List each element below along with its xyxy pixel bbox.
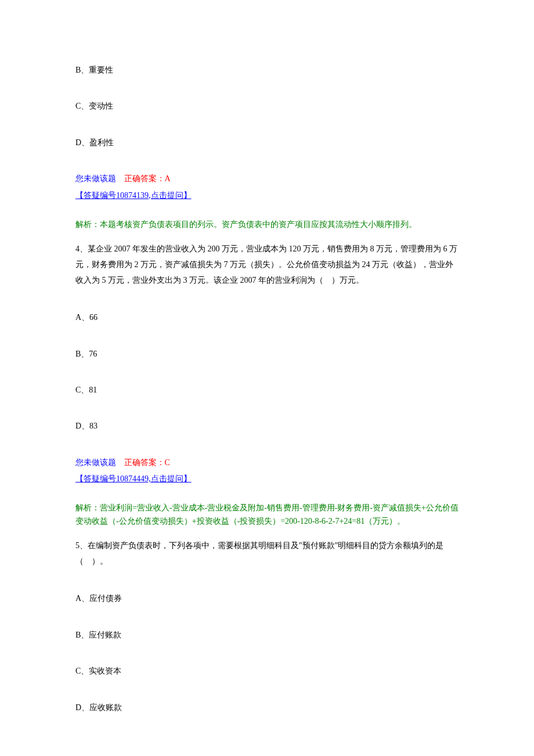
q4-option-b: B、76 xyxy=(75,348,459,361)
q5-option-a: A、应付债券 xyxy=(75,592,459,605)
q5-option-d: D、应收账款 xyxy=(75,701,459,714)
q5-option-b: B、应付账款 xyxy=(75,629,459,642)
q4-analysis: 解析：营业利润=营业收入-营业成本-营业税金及附加-销售费用-管理费用-财务费用… xyxy=(75,502,459,528)
q4-qa-link-wrap: 【答疑编号10874449,点击提问】 xyxy=(75,473,192,485)
q4-qa-link[interactable]: 【答疑编号10874449,点击提问】 xyxy=(75,474,192,483)
q3-qa-link-wrap: 【答疑编号10874139,点击提问】 xyxy=(75,189,192,202)
q3-correct-answer: 正确答案：A xyxy=(124,174,171,183)
q4-not-done-text: 您未做该题 xyxy=(75,458,116,467)
q3-analysis: 解析：本题考核资产负债表项目的列示。资产负债表中的资产项目应按其流动性大小顺序排… xyxy=(75,218,459,231)
q4-stem: 4、某企业 2007 年发生的营业收入为 200 万元，营业成本为 120 万元… xyxy=(75,242,459,288)
q3-analysis-text: 本题考核资产负债表项目的列示。资产负债表中的资产项目应按其流动性大小顺序排列。 xyxy=(100,220,417,229)
q4-analysis-text: 营业利润=营业收入-营业成本-营业税金及附加-销售费用-管理费用-财务费用-资产… xyxy=(75,503,459,525)
document-page: B、重要性 C、变动性 D、盈利性 您未做该题 正确答案：A 【答疑编号1087… xyxy=(0,0,534,756)
q4-analysis-label: 解析： xyxy=(75,503,100,512)
q3-option-c: C、变动性 xyxy=(75,100,459,113)
q4-option-a: A、66 xyxy=(75,311,459,324)
q5-option-c: C、实收资本 xyxy=(75,665,459,678)
q3-not-done-text: 您未做该题 xyxy=(75,174,116,183)
q4-status-line: 您未做该题 正确答案：C xyxy=(75,456,459,469)
q3-analysis-label: 解析： xyxy=(75,220,100,229)
q4-option-c: C、81 xyxy=(75,384,459,397)
q5-stem: 5、在编制资产负债表时，下列各项中，需要根据其明细科目及"预付账款"明细科目的贷… xyxy=(75,538,459,569)
q3-option-b: B、重要性 xyxy=(75,64,459,77)
q3-option-d: D、盈利性 xyxy=(75,136,459,149)
q3-qa-link[interactable]: 【答疑编号10874139,点击提问】 xyxy=(75,191,192,200)
q4-correct-answer: 正确答案：C xyxy=(124,458,170,467)
q4-option-d: D、83 xyxy=(75,420,459,433)
q3-status-line: 您未做该题 正确答案：A xyxy=(75,172,459,185)
